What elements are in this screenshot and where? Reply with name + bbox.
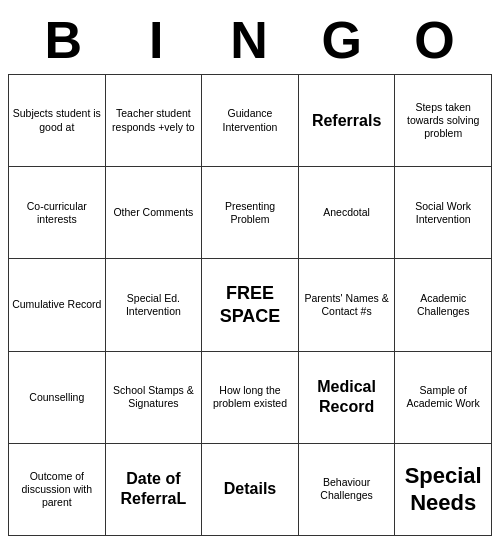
cell-1: Teacher student responds +vely to	[106, 75, 203, 167]
cell-18: Medical Record	[299, 352, 396, 444]
cell-11: Special Ed. Intervention	[106, 259, 203, 351]
cell-24: Special Needs	[395, 444, 492, 536]
bingo-grid: Subjects student is good atTeacher stude…	[8, 74, 492, 536]
cell-8: Anecdotal	[299, 167, 396, 259]
cell-19: Sample of Academic Work	[395, 352, 492, 444]
cell-15: Counselling	[9, 352, 106, 444]
cell-2: Guidance Intervention	[202, 75, 299, 167]
cell-14: Academic Challenges	[395, 259, 492, 351]
cell-6: Other Comments	[106, 167, 203, 259]
cell-16: School Stamps & Signatures	[106, 352, 203, 444]
cell-7: Presenting Problem	[202, 167, 299, 259]
title-i: I	[111, 10, 204, 70]
cell-12: FREE SPACE	[202, 259, 299, 351]
cell-23: Behaviour Challenges	[299, 444, 396, 536]
cell-3: Referrals	[299, 75, 396, 167]
cell-10: Cumulative Record	[9, 259, 106, 351]
title-o: O	[389, 10, 482, 70]
bingo-title: B I N G O	[8, 8, 492, 74]
cell-17: How long the problem existed	[202, 352, 299, 444]
title-n: N	[204, 10, 297, 70]
cell-9: Social Work Intervention	[395, 167, 492, 259]
cell-22: Details	[202, 444, 299, 536]
title-b: B	[18, 10, 111, 70]
cell-21: Date of ReferraL	[106, 444, 203, 536]
title-g: G	[296, 10, 389, 70]
cell-4: Steps taken towards solving problem	[395, 75, 492, 167]
cell-20: Outcome of discussion with parent	[9, 444, 106, 536]
cell-0: Subjects student is good at	[9, 75, 106, 167]
cell-5: Co-curricular interests	[9, 167, 106, 259]
cell-13: Parents' Names & Contact #s	[299, 259, 396, 351]
